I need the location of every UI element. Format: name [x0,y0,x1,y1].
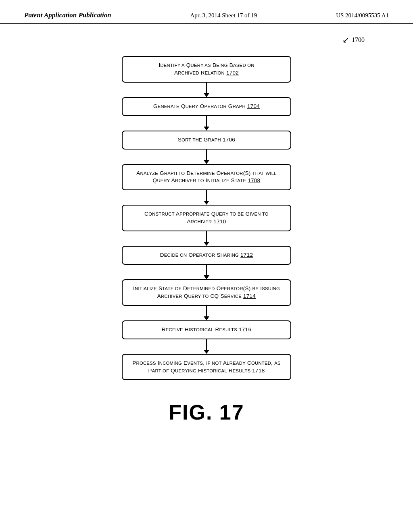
arrow-1716-1718 [204,339,209,354]
figure-caption: FIG. 17 [169,400,244,424]
step-1710-text: CONSTRUCT APPROPRIATE QUERY TO BE GIVEN … [144,211,269,224]
step-1706-box: SORT THE GRAPH 1706 [122,131,291,150]
step-1716-box: RECEIVE HISTORICAL RESULTS 1716 [122,320,291,339]
step-1708-text: ANALYZE GRAPH TO DETERMINE OPERATOR(S) T… [136,170,277,184]
step-1710-box: CONSTRUCT APPROPRIATE QUERY TO BE GIVEN … [122,205,291,231]
arrow-1708-1710 [204,190,209,205]
arrow-1704-1706 [204,116,209,131]
step-1718-text: PROCESS INCOMING EVENTS, IF NOT ALREADY … [132,360,280,374]
ref-arrow-icon: ↙ [342,35,349,45]
diagram-ref-number: ↙ 1700 [342,35,365,45]
page-header: Patent Application Publication Apr. 3, 2… [0,0,413,24]
header-patent-number: US 2014/0095535 A1 [336,12,389,19]
main-content: ↙ 1700 IDENTIFY A QUERY AS BEING BASED O… [0,24,413,441]
step-1716-text: RECEIVE HISTORICAL RESULTS 1716 [162,326,251,332]
arrow-1710-1712 [204,231,209,246]
step-1704-text: GENERATE QUERY OPERATOR GRAPH 1704 [153,103,260,109]
header-title: Patent Application Publication [24,11,111,19]
step-1708-box: ANALYZE GRAPH TO DETERMINE OPERATOR(S) T… [122,164,291,191]
flowchart: IDENTIFY A QUERY AS BEING BASED ON ARCHI… [24,56,389,380]
step-1704-box: GENERATE QUERY OPERATOR GRAPH 1704 [122,97,291,116]
arrow-1702-1704 [204,83,209,97]
step-1714-box: INITIALIZE STATE OF DETERMINED OPERATOR(… [122,279,291,306]
step-1702-text: IDENTIFY A QUERY AS BEING BASED ON ARCHI… [159,62,254,76]
ref-number-label: 1700 [352,36,365,44]
step-1702-box: IDENTIFY A QUERY AS BEING BASED ON ARCHI… [122,56,291,83]
step-1712-text: DECIDE ON OPERATOR SHARING 1712 [160,252,253,258]
step-1706-text: SORT THE GRAPH 1706 [178,137,235,143]
step-1714-text: INITIALIZE STATE OF DETERMINED OPERATOR(… [133,285,280,299]
step-1712-box: DECIDE ON OPERATOR SHARING 1712 [122,246,291,265]
arrow-1706-1708 [204,150,209,164]
arrow-1714-1716 [204,306,209,320]
step-1718-box: PROCESS INCOMING EVENTS, IF NOT ALREADY … [122,354,291,380]
arrow-1712-1714 [204,265,209,279]
header-date-sheet: Apr. 3, 2014 Sheet 17 of 19 [190,12,257,19]
